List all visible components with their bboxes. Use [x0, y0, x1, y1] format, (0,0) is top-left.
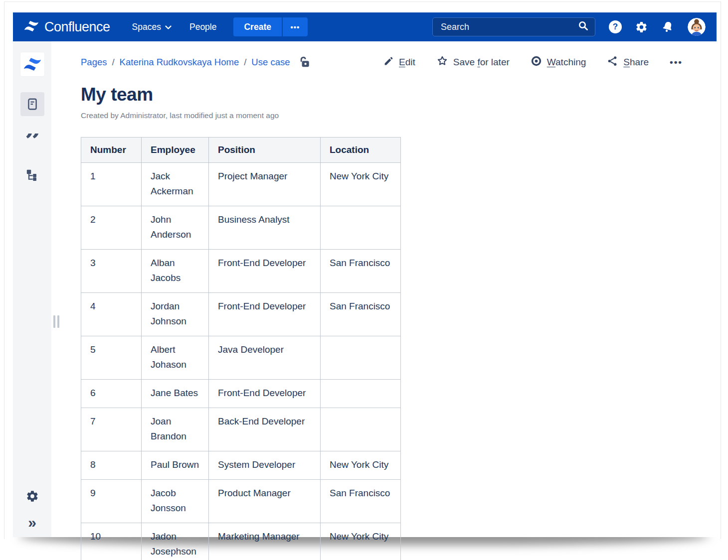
cell-position: System Developer [209, 451, 321, 480]
page-actions: Edit Save for later Watching [383, 55, 683, 69]
app-body: ” » Pages / Katerina Rudkovskaya Home / [13, 41, 717, 537]
chevron-down-icon [165, 22, 172, 32]
cell-location: San Francisco [321, 250, 401, 293]
cell-number: 1 [81, 163, 142, 206]
confluence-app: Confluence Spaces People Create ••• ? [13, 12, 717, 537]
pages-document-icon[interactable] [20, 92, 44, 116]
save-for-later-button[interactable]: Save for later [436, 55, 510, 69]
table-row: 6 Jane Bates Front-End Developer [81, 380, 401, 408]
share-icon [607, 55, 618, 69]
cell-employee: Jacob Jonsson [142, 480, 209, 523]
cell-employee: Alban Jacobs [142, 250, 209, 293]
cell-location [321, 380, 401, 408]
search-input[interactable] [440, 21, 578, 33]
page-more-actions-button[interactable]: ••• [670, 57, 683, 68]
notifications-bell-icon[interactable] [661, 20, 674, 33]
search-box[interactable] [432, 17, 595, 36]
cell-location [321, 206, 401, 250]
cell-number: 5 [81, 336, 142, 380]
breadcrumb: Pages / Katerina Rudkovskaya Home / Use … [81, 57, 290, 68]
share-button[interactable]: Share [607, 55, 649, 69]
unlocked-icon[interactable] [299, 56, 311, 69]
breadcrumb-current-page[interactable]: Use case [251, 57, 290, 68]
cell-number: 3 [81, 250, 142, 293]
brand-name: Confluence [44, 19, 110, 35]
breadcrumb-space-home[interactable]: Katerina Rudkovskaya Home [120, 57, 239, 68]
cell-employee: Jordan Johnson [142, 293, 209, 336]
cell-employee: Joan Brandon [142, 408, 209, 451]
table-row: 2 John Anderson Business Analyst [81, 206, 401, 250]
cell-employee: Jack Ackerman [142, 163, 209, 206]
cell-location: New York City [321, 163, 401, 206]
cell-number: 7 [81, 408, 142, 451]
page-tree-icon[interactable] [22, 165, 42, 185]
header-position: Position [209, 138, 321, 163]
cell-number: 2 [81, 206, 142, 250]
sidebar-resize-handle[interactable] [53, 315, 59, 328]
table-row: 3 Alban Jacobs Front-End Developer San F… [81, 250, 401, 293]
cell-number: 9 [81, 480, 142, 523]
table-row: 10 Jadon Josephson Marketing Manager New… [81, 523, 401, 560]
space-logo-icon[interactable] [20, 52, 44, 76]
navbar-more-button[interactable]: ••• [283, 17, 308, 36]
cell-number: 4 [81, 293, 142, 336]
cell-position: Java Developer [209, 336, 321, 380]
spaces-menu[interactable]: Spaces [123, 22, 181, 32]
table-body: 1 Jack Ackerman Project Manager New York… [81, 163, 401, 560]
breadcrumb-separator: / [244, 57, 246, 68]
navbar-right: ? [432, 17, 706, 36]
cell-location: San Francisco [321, 293, 401, 336]
table-row: 8 Paul Brown System Developer New York C… [81, 451, 401, 480]
cell-employee: Paul Brown [142, 451, 209, 480]
pencil-icon [383, 56, 394, 69]
cell-employee: Jadon Josephson [142, 523, 209, 560]
cell-location [321, 336, 401, 380]
top-navbar: Confluence Spaces People Create ••• ? [13, 12, 717, 41]
cell-position: Back-End Developer [209, 408, 321, 451]
cell-position: Front-End Developer [209, 250, 321, 293]
search-icon[interactable] [578, 20, 589, 33]
page-title: My team [81, 84, 683, 105]
confluence-logo-icon [24, 21, 39, 33]
watching-button[interactable]: Watching [531, 55, 586, 69]
cell-number: 8 [81, 451, 142, 480]
cell-location [321, 408, 401, 451]
cell-position: Project Manager [209, 163, 321, 206]
table-row: 7 Joan Brandon Back-End Developer [81, 408, 401, 451]
blog-quote-icon[interactable]: ” [22, 132, 42, 152]
settings-gear-icon[interactable] [635, 21, 648, 33]
space-settings-gear-icon[interactable] [22, 486, 42, 506]
header-employee: Employee [142, 138, 209, 163]
team-table: Number Employee Position Location 1 Jack… [81, 137, 401, 560]
eye-watch-icon [531, 55, 542, 69]
create-button[interactable]: Create [233, 17, 281, 36]
star-icon [436, 55, 448, 69]
user-avatar[interactable] [688, 18, 706, 36]
table-row: 5 Albert Johason Java Developer [81, 336, 401, 380]
table-row: 1 Jack Ackerman Project Manager New York… [81, 163, 401, 206]
table-row: 4 Jordan Johnson Front-End Developer San… [81, 293, 401, 336]
cell-position: Marketing Manager [209, 523, 321, 560]
table-header-row: Number Employee Position Location [81, 138, 401, 163]
cell-position: Front-End Developer [209, 293, 321, 336]
cell-number: 10 [81, 523, 142, 560]
expand-sidebar-icon[interactable]: » [28, 516, 36, 529]
people-label: People [189, 22, 217, 32]
confluence-brand[interactable]: Confluence [24, 19, 110, 35]
help-icon[interactable]: ? [609, 20, 622, 33]
edit-button[interactable]: Edit [383, 56, 415, 69]
breadcrumb-separator: / [112, 57, 114, 68]
sidebar-bottom: » [22, 486, 42, 537]
page-byline: Created by Administrator, last modified … [81, 111, 683, 120]
table-row: 9 Jacob Jonsson Product Manager San Fran… [81, 480, 401, 523]
cell-number: 6 [81, 380, 142, 408]
page-header-row: Pages / Katerina Rudkovskaya Home / Use … [81, 55, 683, 69]
breadcrumb-pages[interactable]: Pages [81, 57, 107, 68]
cell-location: New York City [321, 523, 401, 560]
people-link[interactable]: People [181, 22, 226, 32]
cell-position: Product Manager [209, 480, 321, 523]
cell-employee: Jane Bates [142, 380, 209, 408]
cell-position: Front-End Developer [209, 380, 321, 408]
header-number: Number [81, 138, 142, 163]
spaces-label: Spaces [132, 22, 161, 32]
